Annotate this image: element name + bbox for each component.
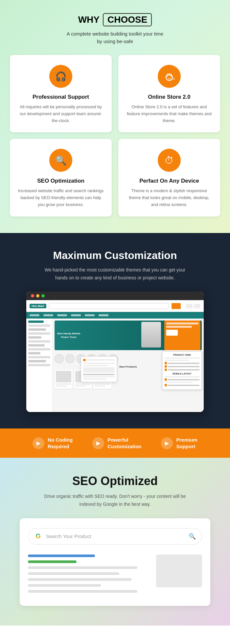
settings-title: MOBILE LAYOUT xyxy=(165,373,199,375)
no-coding-icon: ▶ xyxy=(33,437,44,449)
seo-card: G Search Your Product 🔍 xyxy=(20,518,210,606)
seo-line-green xyxy=(28,560,77,563)
sidebar-item xyxy=(28,336,41,339)
feature-title-any-device: Perfact On Any Device xyxy=(125,178,214,184)
seo-description: Drive organic traffic with SEO ready. Do… xyxy=(43,493,187,508)
feature-card-any-device: ⏱ Perfact On Any Device Theme is a moder… xyxy=(118,139,220,216)
product-line xyxy=(75,385,86,387)
seo-line-blue xyxy=(28,554,95,557)
product-line xyxy=(56,383,71,385)
settings-panel: PRODUCT GRID xyxy=(162,351,202,390)
browser-mockup: Hex-Mart xyxy=(26,292,204,412)
shop-nav-item xyxy=(99,314,108,316)
sidebar-item xyxy=(28,352,40,354)
popup-line xyxy=(83,378,107,380)
seo-line xyxy=(28,578,131,581)
seo-line xyxy=(28,584,101,587)
feature-desc-professional-support: All inquiries will be personally process… xyxy=(16,104,105,124)
feature-card-professional-support: 🎧 Professional Support All inquiries wil… xyxy=(10,55,112,132)
why-prefix: WHY xyxy=(78,14,100,25)
svg-text:OS 2.0: OS 2.0 xyxy=(168,78,175,80)
shop-header-icon xyxy=(194,304,200,308)
shop-nav-item xyxy=(43,314,53,316)
settings-checkbox xyxy=(165,369,167,371)
sidebar-item xyxy=(28,344,45,347)
shop-nav xyxy=(26,312,204,319)
seo-line xyxy=(28,566,137,569)
max-customization-desc: We hand-picked the most customizable the… xyxy=(43,266,187,282)
choose-highlight: CHOOSE xyxy=(103,13,152,26)
shop-nav-item xyxy=(71,314,81,316)
settings-title: PRODUCT GRID xyxy=(165,354,199,356)
svg-line-2 xyxy=(171,74,171,74)
settings-checkbox-label xyxy=(168,363,199,364)
sidebar-item xyxy=(28,340,50,343)
popup-label xyxy=(87,359,115,361)
sidebar-item xyxy=(28,356,50,358)
feature-card-online-store: OS 2.0 Online Store 2.0 Online Store 2.0… xyxy=(118,55,220,132)
sidebar-item xyxy=(28,328,46,331)
browser-dot-green xyxy=(41,294,45,297)
shop-sidebar xyxy=(26,319,53,412)
premium-support-text: PremiumSupport xyxy=(176,437,197,450)
shop-popup xyxy=(81,356,117,382)
max-customization-title: Maximum Customization xyxy=(10,249,220,262)
seo-image-placeholder xyxy=(156,554,202,587)
feature-title-professional-support: Professional Support xyxy=(16,94,105,100)
sidebar-item xyxy=(28,364,50,366)
sidebar-item xyxy=(28,348,50,350)
seo-line xyxy=(28,572,119,575)
shop-nav-item xyxy=(85,314,95,316)
browser-content: Hex-Mart xyxy=(26,300,204,412)
no-coding-text: No CodingRequired xyxy=(48,437,73,450)
feature-desc-online-store: Online Store 2.0 is a set of features an… xyxy=(125,104,214,124)
max-customization-section: Maximum Customization We hand-picked the… xyxy=(0,233,230,429)
product-line xyxy=(95,383,110,385)
shop-nav-item xyxy=(57,314,67,316)
settings-line xyxy=(165,376,199,377)
shop-header-icon xyxy=(186,304,193,308)
feature-desc-any-device: Theme is a modern & stylish responsive t… xyxy=(125,188,214,208)
settings-line xyxy=(165,357,199,359)
feature-desc-seo: Increased website traffic and search ran… xyxy=(16,188,105,208)
feature-title-seo: SEO Optimization xyxy=(16,178,105,184)
seo-icon: 🔍 xyxy=(49,149,72,172)
product-line xyxy=(95,385,105,387)
settings-checkbox-label xyxy=(168,385,199,386)
feature-title-online-store: Online Store 2.0 xyxy=(125,94,214,100)
product-line xyxy=(56,385,67,387)
settings-checkbox xyxy=(165,378,167,381)
settings-checkbox xyxy=(165,365,167,368)
settings-checkbox xyxy=(165,384,167,386)
premium-support-icon: ▶ xyxy=(161,437,173,449)
product-img xyxy=(56,371,71,382)
powerful-customization-text: PowerfulCustomization xyxy=(107,437,141,450)
browser-dot-yellow xyxy=(36,294,39,297)
feature-card-seo: 🔍 SEO Optimization Increased website tra… xyxy=(10,139,112,216)
search-icon: 🔍 xyxy=(189,533,196,540)
features-grid: 🎧 Professional Support All inquiries wil… xyxy=(10,55,220,217)
settings-checkbox-row xyxy=(165,365,199,368)
banner-side-line xyxy=(166,326,192,328)
google-logo: G xyxy=(34,532,42,540)
settings-line xyxy=(165,382,193,383)
seo-line xyxy=(28,590,137,593)
settings-checkbox-row xyxy=(165,369,199,371)
why-choose-title: WHY CHOOSE xyxy=(10,13,220,26)
banner-item-premium-support: ▶ PremiumSupport xyxy=(161,437,197,450)
settings-line xyxy=(165,360,189,361)
product-card xyxy=(55,370,73,389)
seo-lines xyxy=(28,554,150,596)
seo-search-bar: G Search Your Product 🔍 xyxy=(28,528,202,545)
why-choose-section: WHY CHOOSE A complete website building t… xyxy=(0,0,230,233)
shop-search-bar xyxy=(49,303,169,309)
orange-banner-section: ▶ No CodingRequired ▶ PowerfulCustomizat… xyxy=(0,428,230,458)
svg-line-3 xyxy=(167,74,168,74)
settings-checkbox-row xyxy=(165,384,199,386)
seo-title: SEO Optimized xyxy=(10,474,220,488)
shop-search-button xyxy=(172,303,181,309)
any-device-icon: ⏱ xyxy=(158,149,181,172)
powerful-customization-icon: ▶ xyxy=(92,437,104,449)
popup-line xyxy=(83,376,115,377)
shop-main: New Handy MakitaPower Tools xyxy=(53,319,204,412)
